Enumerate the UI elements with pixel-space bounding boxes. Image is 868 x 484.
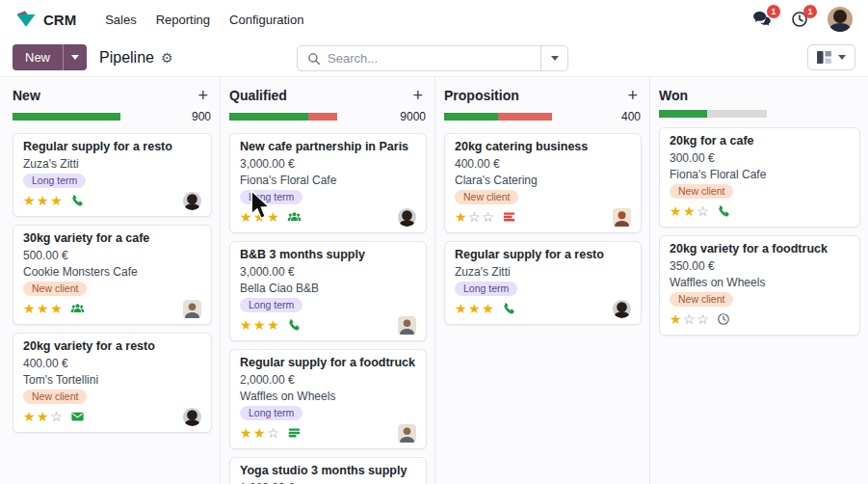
progressbar-segment (444, 113, 498, 121)
column-title[interactable]: Qualified (229, 88, 287, 103)
column-title[interactable]: New (13, 88, 40, 103)
star-filled-icon[interactable]: ★ (37, 301, 50, 316)
star-filled-icon[interactable]: ★ (482, 301, 495, 316)
top-navbar: CRM Sales Reporting Configuration 1 (0, 0, 868, 39)
phone-icon[interactable] (502, 302, 515, 315)
salesperson-avatar[interactable] (183, 192, 201, 210)
tasks-icon[interactable] (287, 426, 302, 440)
menu-sales[interactable]: Sales (95, 7, 146, 33)
lead-card[interactable]: Regular supply for a foodtruck2,000.00 €… (229, 349, 427, 449)
tasks-overdue-icon[interactable] (502, 210, 516, 224)
star-filled-icon[interactable]: ★ (455, 209, 468, 225)
column-title[interactable]: Won (659, 88, 688, 103)
column-progressbar[interactable] (659, 110, 767, 118)
star-filled-icon[interactable]: ★ (50, 193, 64, 208)
star-filled-icon[interactable]: ★ (240, 425, 253, 441)
lead-card[interactable]: 30kg variety for a cafe500.00 €Cookie Mo… (13, 225, 212, 325)
star-filled-icon[interactable]: ★ (670, 311, 683, 327)
add-column-record-button[interactable]: + (196, 89, 210, 102)
star-empty-icon[interactable]: ☆ (50, 409, 64, 424)
star-empty-icon[interactable]: ☆ (267, 425, 280, 441)
lead-title: 20kg for a cafe (670, 134, 850, 148)
view-switcher-button[interactable] (807, 44, 855, 70)
priority-stars[interactable]: ★☆☆ (670, 311, 710, 327)
lead-card[interactable]: 20kg catering business400.00 €Clara's Ca… (444, 133, 642, 233)
priority-stars[interactable]: ★☆☆ (455, 209, 495, 225)
star-filled-icon[interactable]: ★ (468, 301, 482, 316)
lead-card[interactable]: 20kg variety for a foodtruck350.00 €Waff… (659, 235, 860, 336)
envelope-icon[interactable] (70, 410, 85, 423)
users-icon[interactable] (287, 210, 302, 224)
star-filled-icon[interactable]: ★ (267, 209, 280, 225)
star-filled-icon[interactable]: ★ (253, 425, 267, 441)
star-filled-icon[interactable]: ★ (23, 193, 37, 208)
gear-icon[interactable]: ⚙ (161, 50, 173, 66)
star-empty-icon[interactable]: ☆ (697, 203, 710, 219)
menu-configuration[interactable]: Configuration (220, 7, 313, 33)
lead-title: New cafe partnership in Paris (240, 140, 416, 154)
star-empty-icon[interactable]: ☆ (697, 311, 710, 327)
star-filled-icon[interactable]: ★ (50, 301, 64, 316)
priority-stars[interactable]: ★★☆ (240, 425, 280, 441)
priority-stars[interactable]: ★★☆ (23, 409, 64, 424)
star-filled-icon[interactable]: ★ (253, 209, 267, 225)
column-progressbar[interactable] (444, 113, 552, 121)
activities-button[interactable]: 1 (791, 11, 808, 28)
app-name[interactable]: CRM (43, 12, 76, 28)
star-empty-icon[interactable]: ☆ (683, 311, 697, 327)
star-filled-icon[interactable]: ★ (37, 193, 50, 208)
new-button[interactable]: New (13, 44, 63, 70)
star-filled-icon[interactable]: ★ (23, 409, 37, 424)
star-filled-icon[interactable]: ★ (23, 301, 37, 316)
add-column-record-button[interactable]: + (410, 89, 425, 102)
menu-reporting[interactable]: Reporting (146, 7, 220, 33)
salesperson-avatar[interactable] (398, 424, 416, 443)
salesperson-avatar[interactable] (613, 300, 631, 318)
lead-card[interactable]: Regular supply for a restoZuza's ZittiLo… (13, 133, 212, 217)
column-progressbar[interactable] (13, 113, 120, 121)
column-title[interactable]: Proposition (444, 88, 519, 103)
star-filled-icon[interactable]: ★ (267, 317, 280, 333)
priority-stars[interactable]: ★★☆ (670, 203, 710, 219)
search-options-dropdown[interactable] (540, 46, 567, 70)
star-filled-icon[interactable]: ★ (37, 409, 50, 424)
new-button-dropdown[interactable] (63, 44, 87, 70)
salesperson-avatar[interactable] (613, 208, 631, 227)
star-filled-icon[interactable]: ★ (240, 209, 253, 225)
priority-stars[interactable]: ★★★ (23, 301, 64, 316)
salesperson-avatar[interactable] (183, 408, 201, 426)
clock-icon[interactable] (717, 312, 730, 326)
add-column-record-button[interactable]: + (625, 89, 640, 102)
lead-amount: 350.00 € (670, 259, 850, 273)
phone-icon[interactable] (287, 318, 301, 332)
star-filled-icon[interactable]: ★ (253, 317, 267, 333)
column-progressbar[interactable] (229, 113, 337, 121)
priority-stars[interactable]: ★★★ (455, 301, 495, 316)
salesperson-avatar[interactable] (398, 208, 416, 227)
salesperson-avatar[interactable] (183, 300, 201, 318)
lead-card[interactable]: 20kg for a cafe300.00 €Fiona's Floral Ca… (659, 127, 860, 228)
lead-card[interactable]: Yoga studio 3 months supply1,000.00 €Sta… (229, 457, 427, 484)
star-empty-icon[interactable]: ☆ (482, 209, 495, 225)
star-filled-icon[interactable]: ★ (683, 203, 697, 219)
search-input[interactable] (328, 51, 540, 66)
phone-icon[interactable] (717, 204, 730, 218)
phone-icon[interactable] (70, 194, 84, 207)
salesperson-avatar[interactable] (398, 316, 416, 335)
users-icon[interactable] (70, 302, 85, 315)
lead-card[interactable]: New cafe partnership in Paris3,000.00 €F… (229, 133, 427, 233)
lead-card[interactable]: Regular supply for a restoZuza's ZittiLo… (444, 241, 642, 325)
crm-app-icon[interactable] (15, 10, 37, 29)
priority-stars[interactable]: ★★★ (240, 209, 280, 225)
user-menu-avatar[interactable] (828, 7, 853, 32)
lead-card[interactable]: 20kg variety for a resto400.00 €Tom's To… (13, 333, 212, 433)
lead-card[interactable]: B&B 3 months supply3,000.00 €Bella Ciao … (229, 241, 427, 341)
priority-stars[interactable]: ★★★ (23, 193, 64, 208)
messages-button[interactable]: 1 (752, 11, 772, 28)
star-empty-icon[interactable]: ☆ (468, 209, 482, 225)
caret-down-icon (551, 56, 559, 61)
star-filled-icon[interactable]: ★ (240, 317, 253, 333)
star-filled-icon[interactable]: ★ (670, 203, 683, 219)
priority-stars[interactable]: ★★★ (240, 317, 280, 333)
star-filled-icon[interactable]: ★ (455, 301, 468, 316)
